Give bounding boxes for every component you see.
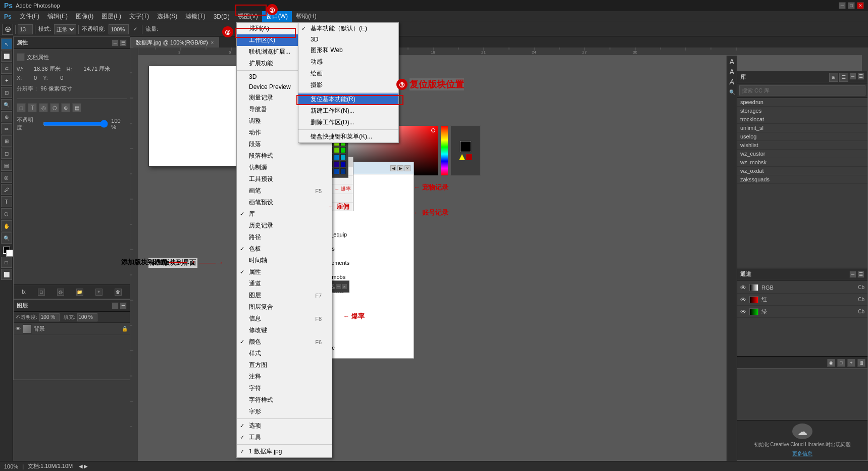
fill-icon[interactable]: ▤ [72, 103, 81, 112]
channel-green[interactable]: 👁 绿 Cb [737, 306, 867, 318]
maximize-button[interactable]: □ [848, 2, 855, 9]
menu-edit[interactable]: 编辑(E) [43, 11, 72, 22]
menu-filter[interactable]: 滤镜(T) [181, 11, 209, 22]
right-tool-3[interactable]: A [728, 78, 736, 86]
ws-shortcuts[interactable]: 键盘快捷键和菜单(K)... [298, 131, 398, 143]
eyedropper-tool[interactable]: 🔍 [1, 99, 12, 110]
text-icon[interactable]: T [28, 103, 37, 112]
tree-prev[interactable]: ◀ [390, 165, 396, 171]
library-search-input[interactable] [739, 85, 865, 96]
equip-close[interactable]: × [342, 284, 347, 289]
ws-reset[interactable]: 复位基本功能(R) [298, 93, 398, 105]
ws-graphics-web[interactable]: 图形和 Web [298, 44, 398, 56]
magic-wand-tool[interactable]: ✦ [1, 75, 12, 86]
swatch-13[interactable] [334, 147, 339, 153]
new-layer-from-fill-btn[interactable]: □ [38, 289, 45, 296]
window-controls[interactable]: ─ □ ✕ [839, 2, 864, 9]
channels-menu[interactable]: ☰ [857, 271, 864, 278]
channels-collapse[interactable]: ─ [849, 271, 856, 278]
menu-brush-presets[interactable]: 画笔预设 [237, 197, 332, 208]
tree-close[interactable]: × [404, 165, 411, 171]
library-collapse[interactable]: ─ [849, 73, 856, 80]
menu-info[interactable]: 信息 F8 [237, 313, 332, 324]
channel-red[interactable]: 👁 红 Cb [737, 294, 867, 306]
gradient-tool[interactable]: ▤ [1, 160, 12, 171]
swatch-20[interactable] [334, 154, 339, 160]
swatch-34[interactable] [334, 168, 339, 174]
menu-image[interactable]: 图像(I) [72, 11, 97, 22]
swatch-21[interactable] [340, 154, 346, 160]
menu-options[interactable]: ✓ 选项 [237, 420, 332, 432]
menu-view[interactable]: 视图(V) [234, 11, 262, 22]
library-item-uselog[interactable]: uselog [737, 132, 867, 141]
ws-delete[interactable]: 删除工作区(D)... [298, 117, 398, 128]
properties-menu[interactable]: ☰ [120, 39, 127, 46]
library-item-trocklocat[interactable]: trocklocat [737, 115, 867, 124]
menu-timeline[interactable]: 时间轴 [237, 255, 332, 266]
channels-save-btn[interactable]: □ [837, 359, 845, 367]
eraser-tool[interactable]: ◻ [1, 148, 12, 159]
menu-file[interactable]: 文件(F) [16, 11, 43, 22]
layers-fill-input[interactable] [77, 313, 97, 321]
menu-select[interactable]: 选择(S) [153, 11, 181, 22]
library-item-wzcustor[interactable]: wz_custor [737, 150, 867, 158]
blend-mode-select[interactable]: 正常 [54, 24, 76, 34]
channels-delete-btn[interactable]: 🗑 [857, 359, 865, 367]
swatch-35[interactable] [340, 168, 346, 174]
path-icon[interactable]: ⬡ [50, 103, 59, 112]
ws-new[interactable]: 新建工作区(N)... [298, 105, 398, 117]
menu-channels-item[interactable]: 通道 [237, 278, 332, 290]
ws-basic-default[interactable]: ✓ 基本功能（默认）(E) [298, 23, 398, 34]
menu-layer-comp[interactable]: 图层复合 [237, 301, 332, 313]
menu-path-item[interactable]: 路径 [237, 231, 332, 243]
menu-notes[interactable]: 注释 [237, 371, 332, 383]
menu-styles[interactable]: 样式 [237, 348, 332, 359]
menu-glyphs[interactable]: 字形 [237, 406, 332, 417]
menu-3d[interactable]: 3D(D) [210, 11, 234, 22]
menu-color-item[interactable]: ✓ 颜色 F6 [237, 336, 332, 348]
blur-tool[interactable]: ◎ [1, 172, 12, 183]
menu-text[interactable]: 文字(T) [125, 11, 153, 22]
channel-rgb[interactable]: 👁 RGB Cb [737, 281, 867, 294]
swatch-27[interactable] [334, 161, 339, 167]
healing-tool[interactable]: ⊕ [1, 111, 12, 122]
marquee-tool[interactable]: ⬜ [1, 51, 12, 62]
pen-tool[interactable]: 🖊 [1, 184, 12, 195]
properties-collapse[interactable]: ─ [112, 39, 119, 46]
menu-doc-item[interactable]: ✓ 1 数据库.jpg [237, 446, 332, 457]
right-tool-2[interactable]: A [728, 68, 736, 76]
library-item-wishlist[interactable]: wishlist [737, 141, 867, 150]
text-tool[interactable]: T [1, 196, 12, 207]
channels-new-btn[interactable]: + [847, 359, 855, 367]
layers-collapse[interactable]: ─ [112, 302, 119, 309]
menu-tools-item[interactable]: ✓ 工具 [237, 432, 332, 443]
close-button[interactable]: ✕ [857, 2, 864, 9]
library-item-wzmobsk[interactable]: wz_mobsk [737, 158, 867, 167]
mask-btn[interactable]: ◎ [57, 289, 64, 296]
menu-tools-preset[interactable]: 工具预设 [237, 173, 332, 185]
zoom-tool[interactable]: 🔍 [1, 232, 12, 244]
equip-collapse[interactable]: ─ [336, 284, 341, 289]
quick-mask-btn[interactable]: □ [1, 257, 12, 268]
right-tool-4[interactable]: 🔍 [728, 88, 736, 96]
ws-motion[interactable]: 动感 [298, 56, 398, 68]
next-btn[interactable]: ▶ [84, 463, 88, 469]
library-item-storages[interactable]: storages [737, 107, 867, 115]
fg-color-swatch[interactable] [460, 141, 471, 152]
menu-history[interactable]: 历史记录 [237, 220, 332, 231]
library-list-btn[interactable]: ☰ [839, 73, 848, 82]
hand-tool[interactable]: ✋ [1, 220, 12, 231]
menu-help[interactable]: 帮助(H) [292, 11, 321, 22]
menu-modifiers[interactable]: 修改键 [237, 324, 332, 336]
opacity-slider[interactable] [43, 121, 108, 126]
menu-histogram[interactable]: 直方图 [237, 359, 332, 371]
foreground-color[interactable] [3, 247, 10, 254]
channels-load-btn[interactable]: ◉ [827, 359, 835, 367]
swatch-28[interactable] [340, 161, 346, 167]
folder-btn[interactable]: 📁 [76, 289, 83, 296]
ws-photography[interactable]: 摄影 [298, 79, 398, 91]
menu-paragraph-style[interactable]: 段落样式 [237, 150, 332, 162]
tree-next[interactable]: ▶ [397, 165, 403, 171]
layers-menu[interactable]: ☰ [120, 302, 127, 309]
shape-icon[interactable]: ◎ [39, 103, 48, 112]
